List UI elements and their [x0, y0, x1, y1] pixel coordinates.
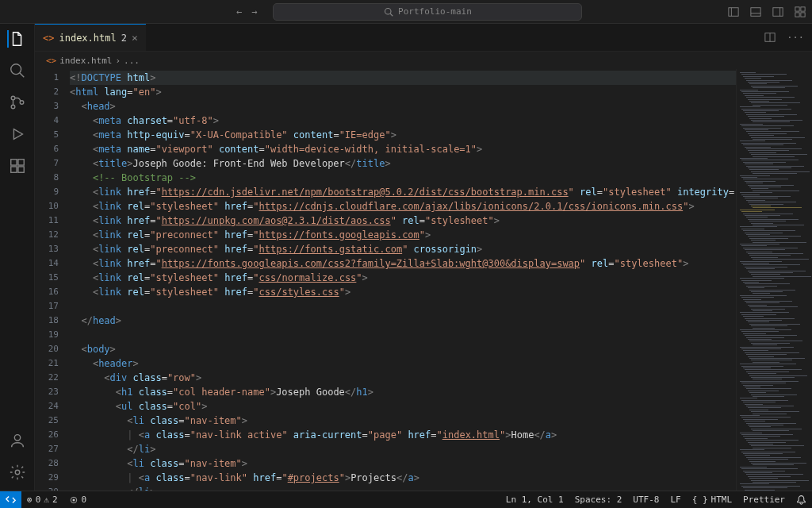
minimap[interactable] [736, 69, 812, 491]
html-file-icon: <> [46, 56, 56, 66]
explorer-icon[interactable] [7, 30, 26, 48]
line-number: 20 [35, 342, 59, 356]
code-line[interactable]: | <a class="nav-link" href="#projects">P… [70, 471, 736, 485]
line-number: 26 [35, 428, 59, 442]
line-number: 4 [35, 114, 59, 128]
split-editor-icon[interactable] [764, 32, 776, 43]
code-line[interactable]: <link rel="stylesheet" href="css/styles.… [70, 285, 736, 299]
code-line[interactable]: <link rel="stylesheet" href="https://cdn… [70, 199, 736, 214]
cursor-position[interactable]: Ln 1, Col 1 [500, 495, 569, 505]
layout-panel-bottom-icon[interactable] [750, 6, 761, 17]
code-line[interactable] [70, 299, 736, 314]
code-line[interactable]: <!DOCTYPE html> [70, 71, 736, 85]
code-line[interactable]: <link href="https://cdn.jsdelivr.net/npm… [70, 185, 736, 199]
code-line[interactable]: <meta name="viewport" content="width=dev… [70, 142, 736, 156]
nav-forward-icon[interactable]: → [251, 6, 257, 17]
more-actions-icon[interactable]: ··· [787, 32, 804, 43]
search-icon [384, 7, 393, 17]
settings-gear-icon[interactable] [9, 464, 26, 481]
line-number: 17 [35, 299, 59, 314]
svg-rect-6 [773, 7, 783, 16]
eol[interactable]: LF [665, 495, 686, 505]
svg-point-16 [20, 101, 24, 105]
breadcrumb[interactable]: <> index.html › ... [35, 52, 812, 69]
command-center[interactable]: Portfolio-main [273, 3, 582, 21]
code-line[interactable]: <meta http-equiv="X-UA-Compatible" conte… [70, 128, 736, 142]
tab-index-html[interactable]: <> index.html 2 × [35, 24, 146, 51]
code-line[interactable]: <head> [70, 99, 736, 114]
line-number: 27 [35, 442, 59, 456]
svg-line-1 [390, 13, 393, 16]
remote-indicator[interactable] [0, 491, 21, 508]
encoding[interactable]: UTF-8 [627, 495, 665, 505]
svg-rect-9 [801, 6, 805, 10]
code-editor[interactable]: <!DOCTYPE html><html lang="en"> <head> <… [70, 69, 736, 491]
svg-rect-4 [751, 7, 760, 16]
code-line[interactable]: <li class="nav-item"> [70, 456, 736, 471]
line-number: 9 [35, 185, 59, 199]
code-line[interactable]: <body> [70, 342, 736, 356]
run-debug-icon[interactable] [9, 125, 26, 143]
code-line[interactable]: <div class="row"> [70, 371, 736, 385]
breadcrumb-file: index.html [59, 56, 112, 66]
line-number: 12 [35, 228, 59, 242]
code-line[interactable]: <meta charset="utf-8"> [70, 114, 736, 128]
prettier-status[interactable]: Prettier [737, 495, 791, 505]
accounts-icon[interactable] [9, 432, 26, 449]
line-number: 23 [35, 385, 59, 399]
code-line[interactable]: <header> [70, 356, 736, 371]
customize-layout-icon[interactable] [795, 6, 806, 17]
code-line[interactable]: <link rel="preconnect" href="https://fon… [70, 242, 736, 256]
layout-sidebar-right-icon[interactable] [772, 6, 783, 17]
line-number: 11 [35, 214, 59, 228]
html-file-icon: <> [43, 33, 54, 44]
breadcrumb-more: ... [124, 56, 140, 66]
svg-rect-10 [795, 12, 799, 16]
code-line[interactable]: </li> [70, 442, 736, 456]
notifications-icon[interactable] [791, 495, 812, 505]
code-line[interactable]: <h1 class="col header-name">Joseph Goode… [70, 385, 736, 399]
code-line[interactable]: <title>Joseph Goode: Front-End Web Devel… [70, 156, 736, 171]
line-number-gutter[interactable]: 1234567891011121314151617181920212223242… [35, 69, 70, 491]
tab-modified-badge: 2 [121, 33, 127, 44]
line-number: 15 [35, 271, 59, 285]
line-number: 18 [35, 314, 59, 328]
extensions-icon[interactable] [9, 157, 26, 175]
code-line[interactable]: | <a class="nav-link active" aria-curren… [70, 428, 736, 442]
source-control-icon[interactable] [9, 94, 26, 111]
svg-rect-2 [729, 7, 738, 16]
code-line[interactable]: <link rel="preconnect" href="https://fon… [70, 228, 736, 242]
svg-rect-8 [795, 6, 799, 10]
code-line[interactable] [70, 328, 736, 342]
code-line[interactable]: <link rel="stylesheet" href="css/normali… [70, 271, 736, 285]
svg-point-26 [72, 498, 75, 501]
layout-sidebar-left-icon[interactable] [728, 6, 739, 17]
activity-bar [0, 24, 35, 491]
tab-filename: index.html [59, 33, 116, 44]
line-number: 5 [35, 128, 59, 142]
code-line[interactable]: <link href="https://unpkg.com/aos@2.3.1/… [70, 214, 736, 228]
code-line[interactable]: <html lang="en"> [70, 85, 736, 99]
svg-rect-20 [17, 160, 23, 165]
line-number: 14 [35, 256, 59, 271]
tab-close-icon[interactable]: × [132, 32, 138, 44]
line-number: 19 [35, 328, 59, 342]
ports-indicator[interactable]: 0 [63, 495, 93, 505]
problems-indicator[interactable]: ⊗0 ⚠2 [21, 495, 63, 505]
code-line[interactable]: <li class="nav-item"> [70, 414, 736, 428]
breadcrumb-sep: › [115, 56, 121, 66]
code-line[interactable]: <link href="https://fonts.googleapis.com… [70, 256, 736, 271]
svg-point-14 [11, 96, 15, 100]
code-line[interactable]: <!-- Bootstrap --> [70, 171, 736, 185]
indentation[interactable]: Spaces: 2 [569, 495, 628, 505]
command-center-label: Portfolio-main [398, 6, 472, 17]
code-line[interactable]: </li> [70, 485, 736, 491]
code-line[interactable]: </head> [70, 314, 736, 328]
line-number: 8 [35, 171, 59, 185]
svg-point-12 [10, 64, 21, 75]
search-activity-icon[interactable] [9, 62, 26, 79]
line-number: 3 [35, 99, 59, 114]
code-line[interactable]: <ul class="col"> [70, 399, 736, 414]
nav-back-icon[interactable]: ← [236, 6, 242, 17]
language-mode[interactable]: { }HTML [687, 495, 737, 505]
